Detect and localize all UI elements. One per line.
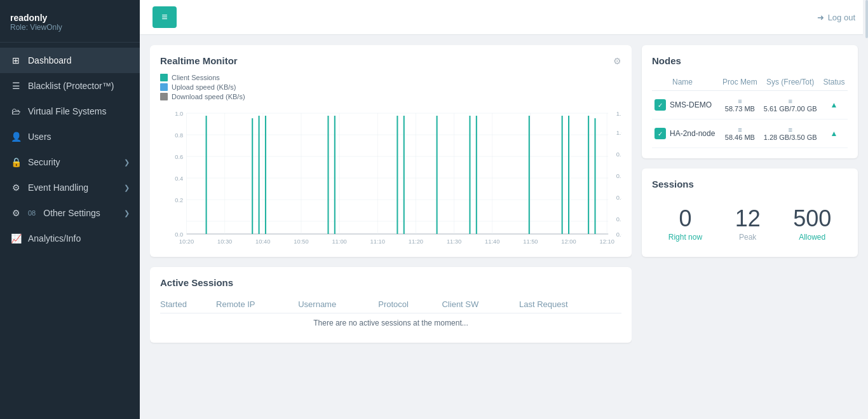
sidebar: readonly Role: ViewOnly ⊞ Dashboard ☰ Bl…	[0, 0, 140, 419]
node-expand-ha-2nd[interactable]: ▲	[830, 129, 837, 138]
realtime-monitor-title: Realtime Monitor	[160, 55, 238, 66]
svg-text:1.0: 1.0	[175, 111, 183, 117]
stat-allowed: 500 Allowed	[793, 207, 831, 242]
analytics-icon: 📈	[10, 233, 22, 244]
sidebar-item-analytics[interactable]: 📈 Analytics/Info	[0, 226, 140, 251]
topbar: ≡ ➜ Log out	[140, 0, 868, 35]
other-settings-icon: ⚙	[10, 208, 22, 218]
node-name-ha-2nd: HA-2nd-node	[670, 129, 715, 138]
sidebar-label-analytics: Analytics/Info	[28, 233, 130, 244]
stat-peak: 12 Peak	[735, 207, 761, 242]
stat-allowed-value: 500	[793, 207, 831, 230]
svg-text:12:00: 12:00	[561, 238, 576, 245]
sessions-table: Started Remote IP Username Protocol Clie…	[160, 296, 621, 333]
legend-download-speed-label: Download speed (KB/s)	[172, 93, 245, 100]
sidebar-role: Role: ViewOnly	[10, 23, 130, 32]
svg-text:12:10: 12:10	[600, 238, 614, 245]
svg-text:0.6: 0.6	[175, 154, 183, 160]
legend-upload-speed: Upload speed (KB/s)	[160, 83, 621, 91]
svg-text:11:20: 11:20	[409, 238, 423, 245]
col-started: Started	[160, 296, 216, 313]
svg-text:0.0: 0.0	[616, 231, 621, 238]
nodes-col-name: Name	[652, 74, 719, 91]
realtime-chart: 1.0 0.8 0.6 0.4 0.2 0.0 1.2 1.0 0.8 0.6 …	[160, 107, 621, 247]
node-check-sms-demo[interactable]: ✓	[654, 99, 666, 111]
logout-icon: ➜	[817, 13, 824, 22]
logout-button[interactable]: ➜ Log out	[817, 13, 855, 22]
node-expand-sms-demo[interactable]: ▲	[830, 100, 837, 109]
node-row-sms-demo: ✓ SMS-DEMO ≡ 58.73 MB ≡ 5.61 GB/7.00 GB	[652, 91, 848, 120]
svg-text:0.6: 0.6	[616, 173, 621, 179]
node-proc-mem-ha-2nd: ≡ 58.46 MB	[719, 120, 760, 148]
node-proc-mem-sms-demo: ≡ 58.73 MB	[719, 91, 760, 120]
sidebar-label-security: Security	[28, 157, 118, 167]
svg-text:0.8: 0.8	[616, 151, 621, 158]
scrollbar-thumb[interactable]	[865, 0, 868, 38]
stat-allowed-label: Allowed	[793, 233, 831, 242]
nodes-card: Nodes Name Proc Mem Sys (Free/Tot) Statu…	[642, 45, 858, 158]
svg-text:0.0: 0.0	[175, 231, 183, 238]
node-row-ha-2nd: ✓ HA-2nd-node ≡ 58.46 MB ≡ 1.28 GB/3.50 …	[652, 120, 848, 148]
col-last-request: Last Request	[519, 296, 621, 313]
other-settings-arrow-icon: ❯	[124, 209, 130, 217]
node-sys-ha-2nd: ≡ 1.28 GB/3.50 GB	[761, 120, 820, 148]
users-icon: 👤	[10, 132, 22, 142]
sidebar-label-users: Users	[28, 132, 130, 142]
node-sys-sms-demo: ≡ 5.61 GB/7.00 GB	[761, 91, 820, 120]
active-sessions-card: Active Sessions Started Remote IP Userna…	[150, 267, 632, 343]
other-settings-number: 08	[28, 209, 36, 217]
legend-client-sessions-color	[160, 74, 168, 81]
svg-text:0.4: 0.4	[616, 195, 621, 201]
security-arrow-icon: ❯	[124, 158, 130, 167]
sidebar-user: readonly Role: ViewOnly	[0, 0, 140, 43]
chart-container: 1.0 0.8 0.6 0.4 0.2 0.0 1.2 1.0 0.8 0.6 …	[160, 107, 621, 247]
main-content: ≡ ➜ Log out Realtime Monitor ⚙ Client Se…	[140, 0, 868, 419]
svg-text:1.0: 1.0	[616, 130, 621, 136]
sessions-stats-header: Sessions	[652, 179, 848, 189]
sessions-empty-row: There are no active sessions at the mome…	[160, 313, 621, 333]
sessions-empty-message: There are no active sessions at the mome…	[160, 313, 621, 333]
stat-right-now: 0 Right now	[668, 207, 702, 242]
node-status-ha-2nd: ▲	[820, 120, 848, 148]
dashboard-icon: ⊞	[10, 55, 22, 65]
sys-mem-icon-sms-demo: ≡	[788, 97, 792, 105]
svg-text:10:30: 10:30	[217, 238, 232, 245]
sidebar-item-other-settings[interactable]: ⚙ 08 Other Settings ❯	[0, 200, 140, 226]
col-protocol: Protocol	[378, 296, 442, 313]
svg-text:0.2: 0.2	[175, 197, 183, 203]
col-username: Username	[298, 296, 378, 313]
event-handling-arrow-icon: ❯	[124, 184, 130, 192]
sidebar-label-blacklist: Blacklist (Protector™)	[28, 81, 130, 91]
legend-download-speed: Download speed (KB/s)	[160, 93, 621, 100]
menu-button[interactable]: ≡	[153, 6, 177, 28]
realtime-monitor-card: Realtime Monitor ⚙ Client Sessions Uploa…	[150, 45, 632, 257]
svg-text:11:30: 11:30	[447, 238, 461, 245]
proc-mem-icon-sms-demo: ≡	[738, 97, 742, 105]
sys-mem-icon-ha-2nd: ≡	[788, 126, 792, 134]
sidebar-item-event-handling[interactable]: ⚙ Event Handling ❯	[0, 175, 140, 200]
legend-upload-speed-color	[160, 83, 168, 91]
sidebar-item-security[interactable]: 🔒 Security ❯	[0, 149, 140, 175]
stat-peak-value: 12	[735, 207, 761, 230]
nodes-col-proc-mem: Proc Mem	[719, 74, 760, 91]
col-client-sw: Client SW	[442, 296, 519, 313]
svg-text:0.4: 0.4	[175, 175, 183, 182]
nodes-header: Nodes	[652, 55, 848, 66]
svg-text:10:20: 10:20	[179, 238, 194, 245]
legend-upload-speed-label: Upload speed (KB/s)	[172, 83, 236, 91]
folder-icon: 🗁	[10, 106, 22, 116]
sidebar-item-blacklist[interactable]: ☰ Blacklist (Protector™)	[0, 73, 140, 99]
sidebar-item-users[interactable]: 👤 Users	[0, 124, 140, 149]
sidebar-item-dashboard[interactable]: ⊞ Dashboard	[0, 48, 140, 73]
sidebar-label-other-settings: Other Settings	[43, 208, 118, 218]
legend-client-sessions-label: Client Sessions	[172, 74, 220, 81]
sessions-stats-title: Sessions	[652, 179, 694, 189]
blacklist-icon: ☰	[10, 81, 22, 91]
node-name-cell-sms-demo: ✓ SMS-DEMO	[652, 91, 719, 120]
stat-right-now-value: 0	[668, 207, 702, 230]
sidebar-item-vfs[interactable]: 🗁 Virtual File Systems	[0, 99, 140, 124]
node-check-ha-2nd[interactable]: ✓	[654, 128, 666, 139]
sidebar-label-event-handling: Event Handling	[28, 182, 118, 193]
svg-text:11:50: 11:50	[523, 238, 538, 245]
settings-gear-icon[interactable]: ⚙	[613, 56, 621, 66]
